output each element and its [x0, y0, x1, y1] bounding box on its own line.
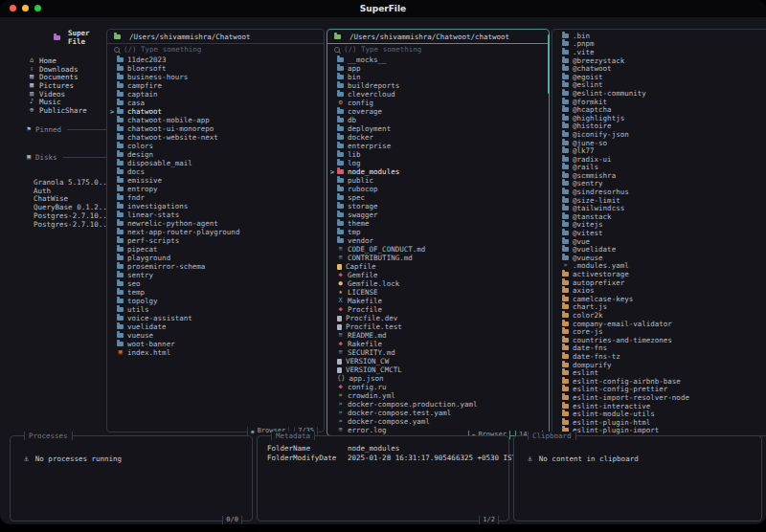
- file-row[interactable]: eslint-module-utils: [555, 410, 766, 418]
- file-row[interactable]: @june-so: [555, 139, 766, 147]
- sidebar-item-downloads[interactable]: ⇩Downloads: [25, 65, 107, 74]
- file-row[interactable]: chatwoot-ui-monorepo: [110, 124, 322, 133]
- file-row[interactable]: ★LICENSE: [330, 288, 547, 297]
- file-row[interactable]: campfire: [110, 81, 322, 90]
- file-row[interactable]: rubocop: [330, 185, 547, 193]
- file-row[interactable]: @formkit: [555, 98, 766, 106]
- close-button[interactable]: [10, 5, 16, 11]
- file-row[interactable]: chatwoot-mobile-app: [110, 116, 322, 124]
- file-row[interactable]: ●Gemfile.lock: [330, 279, 547, 288]
- file-row[interactable]: ◆Rakefile: [330, 340, 547, 348]
- file-row[interactable]: colors: [110, 142, 322, 150]
- file-row[interactable]: @egoist: [555, 73, 766, 81]
- file-row[interactable]: @rails: [555, 164, 766, 172]
- maximize-button[interactable]: [34, 5, 41, 11]
- file-row[interactable]: perf-scripts: [110, 236, 322, 245]
- sidebar-item-videos[interactable]: ▥Videos: [25, 90, 107, 99]
- minimize-button[interactable]: [22, 5, 29, 11]
- file-row[interactable]: Procfile.test: [330, 322, 547, 331]
- file-row[interactable]: coverage: [330, 107, 547, 116]
- file-row[interactable]: deployment: [330, 124, 547, 133]
- file-row[interactable]: >chatwoot: [110, 107, 322, 116]
- file-row[interactable]: swagger: [330, 211, 547, 219]
- file-row[interactable]: chart.js: [555, 303, 766, 312]
- file-row[interactable]: tmp: [330, 228, 547, 236]
- file-row[interactable]: ≡CODE_OF_CONDUCT.md: [330, 245, 547, 254]
- file-row[interactable]: Capfile: [330, 262, 547, 271]
- file-row[interactable]: @chatwoot: [555, 64, 766, 73]
- file-row[interactable]: lib: [330, 150, 547, 159]
- file-row[interactable]: app: [330, 64, 547, 73]
- file-row[interactable]: woot-banner: [110, 340, 322, 348]
- file-row[interactable]: newrelic-python-agent: [110, 219, 322, 228]
- file-row[interactable]: seo: [110, 279, 322, 288]
- file-row[interactable]: sentry: [110, 271, 322, 279]
- file-row[interactable]: bin: [330, 73, 547, 81]
- file-row[interactable]: .vite: [555, 48, 766, 56]
- file-row[interactable]: »docker-compose.test.yaml: [330, 409, 547, 417]
- file-row[interactable]: ◆Gemfile: [330, 271, 547, 279]
- file-row[interactable]: @tanstack: [555, 212, 766, 221]
- file-row[interactable]: @tailwindcss: [555, 204, 766, 212]
- file-row[interactable]: disposable_mail: [110, 159, 322, 167]
- file-row[interactable]: .pnpm: [555, 40, 766, 49]
- file-row[interactable]: ≡CONTRIBUTING.md: [330, 254, 547, 262]
- file-row[interactable]: @vitest: [555, 229, 766, 237]
- file-row[interactable]: »docker-compose.yaml: [330, 417, 547, 426]
- file-row[interactable]: docker: [330, 133, 547, 142]
- file-row[interactable]: activestorage: [555, 270, 766, 278]
- file-row[interactable]: eslint-config-prettier: [555, 386, 766, 394]
- sidebar-item-pictures[interactable]: ▦Pictures: [25, 81, 107, 90]
- file-row[interactable]: @size-limit: [555, 196, 766, 205]
- file-row[interactable]: ▣index.html: [110, 348, 322, 357]
- file-row[interactable]: @iconify-json: [555, 130, 766, 139]
- file-row[interactable]: eslint: [555, 368, 766, 377]
- file-row[interactable]: vuelidate: [110, 322, 322, 331]
- file-row[interactable]: @vue: [555, 237, 766, 246]
- file-row[interactable]: core-js: [555, 327, 766, 336]
- file-row[interactable]: ◆Procfile: [330, 305, 547, 314]
- file-row[interactable]: @histoire: [555, 122, 766, 131]
- file-row[interactable]: next-app-router-playground: [110, 228, 322, 236]
- file-row[interactable]: ◆config.ru: [330, 383, 547, 391]
- file-row[interactable]: @hcaptcha: [555, 105, 766, 114]
- file-row[interactable]: business-hours: [110, 73, 322, 81]
- file-row[interactable]: db: [330, 116, 547, 124]
- file-row[interactable]: temp: [110, 288, 322, 297]
- file-row[interactable]: @sentry: [555, 180, 766, 188]
- file-row[interactable]: pipecat: [110, 245, 322, 254]
- disk-item[interactable]: Auth: [34, 187, 107, 195]
- sidebar-item-documents[interactable]: ▤Documents: [25, 73, 107, 81]
- disk-item[interactable]: Postgres-2.7.10...: [34, 211, 107, 220]
- file-row[interactable]: Procfile.dev: [330, 314, 547, 322]
- file-row[interactable]: @vitejs: [555, 221, 766, 230]
- file-row[interactable]: fndr: [110, 193, 322, 202]
- file-row[interactable]: enterprise: [330, 142, 547, 150]
- file-row[interactable]: captain: [110, 90, 322, 99]
- file-row[interactable]: .bin: [555, 32, 766, 40]
- file-row[interactable]: buildreports: [330, 81, 547, 90]
- disk-item[interactable]: Postgres-2.7.10...: [34, 220, 107, 229]
- file-row[interactable]: VERSION_CMCTL: [330, 366, 547, 374]
- file-row[interactable]: @breezystack: [555, 56, 766, 65]
- disk-item[interactable]: QueryBase 0.1.2...: [34, 203, 107, 211]
- file-row[interactable]: @vueuse: [555, 254, 766, 262]
- file-row[interactable]: emissive: [110, 176, 322, 185]
- file-row[interactable]: @scmmishra: [555, 171, 766, 180]
- file-row[interactable]: {}app.json: [330, 374, 547, 383]
- panel1-search-input[interactable]: (/) Type something: [107, 44, 324, 55]
- file-row[interactable]: docs: [110, 167, 322, 176]
- file-row[interactable]: entropy: [110, 185, 322, 193]
- file-row[interactable]: axios: [555, 286, 766, 295]
- file-row[interactable]: casa: [110, 99, 322, 107]
- file-row[interactable]: @highlightjs: [555, 114, 766, 122]
- file-row[interactable]: »docker-compose.production.yaml: [330, 400, 547, 409]
- file-row[interactable]: linear-stats: [110, 211, 322, 219]
- file-row[interactable]: eslint-interactive: [555, 402, 766, 410]
- sidebar-item-home[interactable]: ⌂Home: [25, 56, 107, 65]
- file-row[interactable]: ≡README.md: [330, 331, 547, 340]
- scrollbar-thumb[interactable]: [548, 34, 550, 94]
- file-row[interactable]: countries-and-timezones: [555, 336, 766, 344]
- file-row[interactable]: chatwoot-website-next: [110, 133, 322, 142]
- file-row[interactable]: date-fns: [555, 344, 766, 353]
